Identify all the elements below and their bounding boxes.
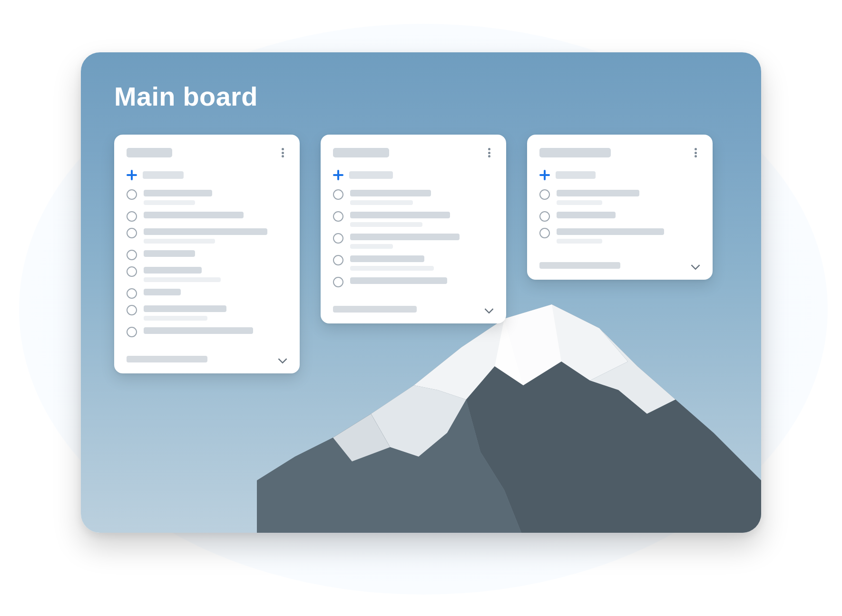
task-checkbox-icon[interactable] [539, 211, 550, 222]
placeholder-line [350, 200, 413, 205]
task-checkbox-icon[interactable] [127, 250, 137, 260]
task-text-placeholder [144, 249, 287, 257]
placeholder-line [557, 239, 602, 244]
task-checkbox-icon[interactable] [127, 228, 137, 238]
task-item[interactable] [127, 326, 287, 337]
kebab-menu-icon[interactable] [278, 147, 287, 158]
placeholder-line [144, 267, 202, 274]
task-list [539, 189, 700, 244]
board-window: Main board [81, 52, 761, 533]
column-expand-toggle[interactable] [333, 300, 494, 314]
task-checkbox-icon[interactable] [333, 277, 343, 287]
task-item[interactable] [333, 189, 494, 205]
task-text-placeholder [350, 189, 494, 205]
placeholder-line [144, 289, 181, 295]
columns-container [81, 112, 761, 373]
chevron-down-icon [484, 304, 494, 314]
task-item[interactable] [539, 211, 700, 222]
placeholder-line [144, 228, 267, 235]
placeholder-line [557, 228, 664, 235]
task-checkbox-icon[interactable] [127, 266, 137, 277]
task-text-placeholder [144, 227, 287, 244]
placeholder-line [557, 200, 602, 205]
plus-icon [539, 170, 550, 180]
task-item[interactable] [333, 233, 494, 249]
task-item[interactable] [539, 189, 700, 205]
task-item[interactable] [333, 276, 494, 287]
column-expand-toggle[interactable] [539, 256, 700, 270]
placeholder-line [350, 255, 424, 262]
task-item[interactable] [127, 304, 287, 321]
task-checkbox-icon[interactable] [127, 189, 137, 200]
task-item[interactable] [333, 211, 494, 227]
placeholder-line [144, 277, 221, 282]
column-title-placeholder [539, 148, 611, 157]
placeholder-line [350, 234, 460, 240]
placeholder-line [144, 250, 195, 257]
task-checkbox-icon[interactable] [127, 211, 137, 222]
placeholder-line [144, 212, 244, 218]
column-header [333, 147, 494, 158]
add-task-placeholder [556, 171, 596, 179]
placeholder-line [557, 212, 616, 218]
footer-placeholder [333, 306, 417, 313]
placeholder-line [144, 327, 253, 334]
placeholder-line [350, 244, 393, 249]
placeholder-line [350, 277, 447, 284]
task-checkbox-icon[interactable] [127, 288, 137, 299]
task-text-placeholder [144, 288, 287, 295]
task-text-placeholder [350, 276, 494, 284]
task-checkbox-icon[interactable] [333, 211, 343, 222]
footer-placeholder [539, 262, 620, 269]
add-task-button[interactable] [539, 170, 700, 180]
kebab-menu-icon[interactable] [484, 147, 494, 158]
task-checkbox-icon[interactable] [539, 189, 550, 200]
placeholder-line [144, 305, 226, 312]
task-checkbox-icon[interactable] [127, 327, 137, 337]
column-2 [321, 135, 506, 323]
task-item[interactable] [539, 227, 700, 244]
add-task-placeholder [349, 171, 393, 179]
task-text-placeholder [144, 266, 287, 282]
task-item[interactable] [127, 249, 287, 260]
task-item[interactable] [127, 227, 287, 244]
placeholder-line [144, 239, 215, 244]
task-checkbox-icon[interactable] [333, 233, 343, 244]
board-title: Main board [81, 52, 761, 112]
task-list [127, 189, 287, 337]
task-text-placeholder [144, 211, 287, 218]
placeholder-line [350, 190, 431, 196]
task-text-placeholder [350, 254, 494, 271]
column-title-placeholder [127, 148, 172, 157]
task-text-placeholder [557, 211, 700, 218]
task-checkbox-icon[interactable] [539, 228, 550, 238]
placeholder-line [557, 190, 639, 196]
task-item[interactable] [127, 189, 287, 205]
plus-icon [333, 170, 343, 180]
placeholder-line [350, 212, 450, 218]
task-text-placeholder [144, 326, 287, 334]
task-text-placeholder [350, 233, 494, 249]
column-header [127, 147, 287, 158]
task-checkbox-icon[interactable] [127, 305, 137, 315]
column-expand-toggle[interactable] [127, 350, 287, 364]
column-3 [527, 135, 713, 280]
column-1 [114, 135, 300, 373]
add-task-button[interactable] [127, 170, 287, 180]
placeholder-line [350, 222, 422, 227]
chevron-down-icon [691, 261, 700, 270]
task-item[interactable] [333, 254, 494, 271]
task-item[interactable] [127, 266, 287, 282]
task-item[interactable] [127, 288, 287, 299]
add-task-button[interactable] [333, 170, 494, 180]
task-checkbox-icon[interactable] [333, 189, 343, 200]
task-text-placeholder [350, 211, 494, 227]
kebab-menu-icon[interactable] [691, 147, 700, 158]
task-text-placeholder [144, 189, 287, 205]
footer-placeholder [127, 356, 207, 362]
task-checkbox-icon[interactable] [333, 255, 343, 265]
plus-icon [127, 170, 137, 180]
placeholder-line [144, 190, 212, 196]
task-item[interactable] [127, 211, 287, 222]
placeholder-line [144, 316, 207, 321]
